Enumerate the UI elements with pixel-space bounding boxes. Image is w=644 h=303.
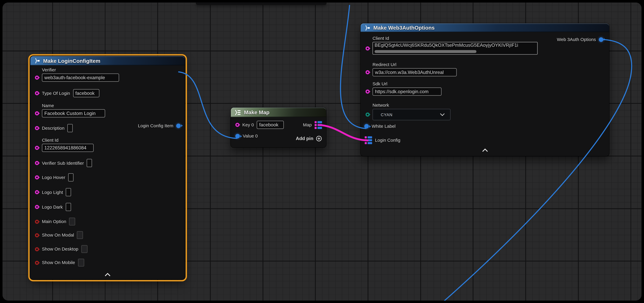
pin-row-key0: Key 0 facebook [236, 121, 284, 129]
pin-type-of-login[interactable] [35, 91, 39, 95]
pin-row-redirect-url: Redirect Url w3a://com.w3a.Web3AuthUnrea… [366, 62, 457, 76]
pin-row-description: Description [35, 124, 72, 132]
pin-show-on-mobile[interactable] [35, 260, 39, 265]
output-pin-label: Web 3Auth Options [557, 37, 596, 42]
chevron-up-icon [482, 148, 488, 152]
pin-row-main-option: Main Option [35, 218, 75, 226]
field-label: Verifier Sub Identifier [42, 161, 84, 165]
pin-white-label[interactable] [364, 124, 369, 128]
key0-input[interactable]: facebook [257, 121, 284, 129]
pin-description[interactable] [35, 126, 39, 130]
pin-network[interactable] [366, 112, 370, 117]
pin-row-type-of-login: Type Of Login facebook [35, 89, 99, 98]
pin-client-id[interactable] [35, 146, 39, 150]
field-label: Show On Desktop [42, 247, 78, 251]
node-header[interactable]: Make Web3AuthOptions [361, 24, 609, 32]
client-id-scrollbar[interactable] [374, 50, 476, 53]
field-label: Description [42, 126, 64, 130]
pin-row-logo-hover: Logo Hover [35, 173, 73, 182]
wire-loginconfigitem-to-value0[interactable] [178, 72, 237, 138]
node-header[interactable]: Make LoginConfigItem [30, 56, 185, 65]
pin-show-on-modal[interactable] [35, 233, 39, 237]
type-of-login-input[interactable]: facebook [73, 89, 99, 98]
pin-show-on-desktop[interactable] [35, 247, 39, 251]
field-label: Sdk Url [372, 82, 442, 86]
node-make-map[interactable]: Make Map Key 0 facebook Map Value 0 Add … [231, 108, 326, 148]
field-label: Logo Dark [42, 205, 63, 209]
field-label: Client Id [42, 138, 94, 142]
main-option-checkbox[interactable] [69, 218, 75, 226]
pin-logo-dark[interactable] [35, 205, 39, 209]
show-on-desktop-checkbox[interactable] [81, 245, 87, 253]
pin-row-client-id: Client Id BEglQSgt4cUWcj6SKRdu5QkOXTsePm… [366, 36, 538, 54]
chevron-down-icon [440, 113, 445, 116]
pin-row-network: Network CYAN [366, 103, 451, 120]
network-dropdown[interactable]: CYAN [372, 109, 450, 120]
pin-verifier[interactable] [35, 76, 39, 80]
pin-row-value0: Value 0 [236, 134, 258, 138]
client-id-input[interactable]: 1222658941886084 [42, 144, 94, 152]
add-pin-button[interactable]: Add pin [296, 134, 322, 143]
pin-logo-hover[interactable] [35, 176, 39, 180]
field-label: Logo Light [42, 190, 63, 194]
node-title: Make LoginConfigItem [43, 58, 100, 64]
field-label: Client Id [372, 36, 538, 40]
output-pin-web3auth-options[interactable] [599, 37, 603, 42]
pin-main-option[interactable] [35, 220, 39, 224]
field-label: Main Option [42, 219, 66, 224]
pin-client-id[interactable] [366, 46, 370, 50]
make-struct-icon [364, 25, 370, 30]
node-title: Make Web3AuthOptions [374, 25, 435, 31]
output-pin-label: Map [303, 123, 312, 127]
add-pin-label: Add pin [296, 136, 314, 141]
show-on-mobile-checkbox[interactable] [78, 259, 84, 266]
output-pin-label: Login Config Item [138, 124, 173, 128]
field-label: Show On Mobile [42, 260, 75, 265]
verifier-input[interactable]: web3auth-facebook-example [42, 74, 119, 82]
output-pin-map[interactable] [315, 121, 322, 129]
logo-light-input[interactable] [66, 188, 71, 196]
pin-logo-light[interactable] [35, 190, 39, 194]
pin-login-config[interactable] [365, 136, 372, 144]
sdk-url-input[interactable]: https://sdk.openlogin.com [372, 88, 442, 96]
pin-row-login-config: Login Config [365, 136, 400, 144]
chevron-up-icon [104, 273, 111, 277]
pin-sdk-url[interactable] [366, 90, 370, 94]
node-make-web3authoptions[interactable]: Make Web3AuthOptions Web 3Auth Options C… [361, 24, 609, 156]
offscreen-node-bottom-edge[interactable] [196, 2, 326, 5]
pin-row-map-output: Map [303, 120, 322, 130]
show-on-modal-checkbox[interactable] [77, 231, 83, 239]
logo-dark-input[interactable] [66, 203, 71, 211]
blueprint-editor: Make LoginConfigItem Login Config Item V… [0, 0, 644, 303]
graph-canvas[interactable]: Make LoginConfigItem Login Config Item V… [2, 2, 642, 300]
field-label: Redirect Url [372, 62, 457, 67]
field-label: Key 0 [242, 123, 254, 127]
output-pin-login-config-item[interactable] [176, 124, 181, 128]
description-input[interactable] [67, 124, 73, 132]
pin-name[interactable] [35, 111, 39, 115]
node-header[interactable]: Make Map [231, 108, 326, 117]
pin-row-logo-dark: Logo Dark [35, 203, 71, 211]
name-input[interactable]: Facebook Custom Login [42, 109, 105, 118]
pin-row-sdk-url: Sdk Url https://sdk.openlogin.com [366, 82, 442, 96]
redirect-url-input[interactable]: w3a://com.w3a.Web3AuthUnreal [372, 68, 457, 76]
collapse-node-button[interactable] [104, 271, 111, 275]
client-id-input[interactable]: BEglQSgt4cUWcj6SKRdu5QkOXTsePmMcusG5EAoy… [372, 42, 538, 55]
make-map-icon [234, 110, 241, 115]
add-pin-icon [316, 135, 322, 142]
field-label: White Label [372, 124, 396, 128]
pin-verifier-sub-identifier[interactable] [35, 161, 39, 165]
pin-row-show-on-mobile: Show On Mobile [35, 259, 84, 266]
field-label: Value 0 [243, 134, 258, 138]
pin-key0[interactable] [236, 123, 240, 127]
collapse-node-button[interactable] [482, 146, 488, 150]
field-label: Name [42, 104, 105, 108]
node-make-loginconfigitem[interactable]: Make LoginConfigItem Login Config Item V… [30, 56, 185, 279]
pin-value0[interactable] [236, 134, 240, 138]
pin-redirect-url[interactable] [366, 70, 370, 74]
pin-row-white-label: White Label [364, 124, 396, 128]
pin-row-name: Name Facebook Custom Login [35, 104, 105, 118]
logo-hover-input[interactable] [68, 173, 74, 182]
verifier-sub-identifier-input[interactable] [87, 159, 92, 167]
pin-row-show-on-desktop: Show On Desktop [35, 245, 87, 253]
